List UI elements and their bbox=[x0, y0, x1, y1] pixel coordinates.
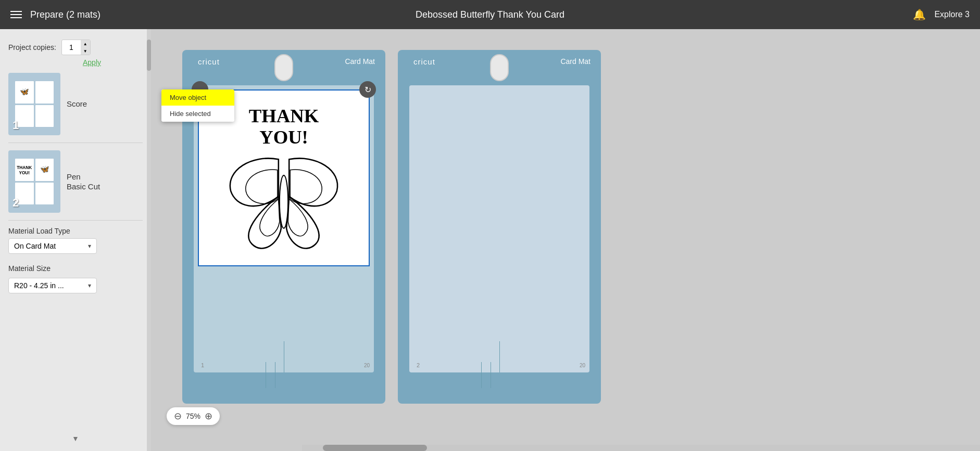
menu-button[interactable] bbox=[10, 11, 22, 18]
material-load-section: Material Load Type On Card Mat ▾ bbox=[8, 223, 143, 254]
mat1-cell-4 bbox=[35, 105, 54, 127]
sidebar: Project copies: ▲ ▼ Apply bbox=[0, 29, 151, 451]
canvas-area: cricut Card Mat ··· bbox=[151, 29, 980, 451]
mat2-cell-2: 🦋 bbox=[35, 159, 54, 181]
mat2-cricut-logo: cricut bbox=[413, 57, 435, 66]
bell-icon[interactable]: 🔔 bbox=[913, 8, 926, 21]
copies-input-wrap: ▲ ▼ bbox=[61, 40, 91, 55]
selection-border: ··· Move object Hide selected ↻ bbox=[198, 89, 370, 266]
mat1-inner: 🦋 bbox=[13, 79, 56, 129]
copies-spinners: ▲ ▼ bbox=[81, 40, 90, 55]
mat2-label2: Basic Cut bbox=[67, 182, 100, 192]
svg-point-6 bbox=[280, 175, 288, 228]
zoom-plus-icon: ⊕ bbox=[205, 410, 212, 422]
mat1-number-badge: 1 bbox=[12, 119, 19, 132]
mat1-cell-1: 🦋 bbox=[15, 81, 34, 104]
copies-down-button[interactable]: ▼ bbox=[81, 47, 90, 55]
sidebar-scrollbar-thumb bbox=[147, 40, 151, 71]
mats-wrapper: cricut Card Mat ··· bbox=[151, 29, 980, 451]
mat1-cell-2 bbox=[35, 81, 54, 104]
zoom-minus-icon: ⊖ bbox=[174, 410, 182, 422]
move-object-item[interactable]: Move object bbox=[161, 89, 234, 106]
sidebar-divider-2 bbox=[8, 220, 143, 221]
copies-up-button[interactable]: ▲ bbox=[81, 40, 90, 47]
material-load-dropdown[interactable]: On Card Mat ▾ bbox=[8, 238, 97, 254]
rotate-icon: ↻ bbox=[365, 85, 371, 95]
project-title: Debossed Butterfly Thank You Card bbox=[416, 9, 564, 20]
mat1-vert-line-1 bbox=[266, 362, 266, 388]
mat2-canvas-label: Card Mat bbox=[560, 57, 590, 66]
material-load-value: On Card Mat bbox=[14, 242, 56, 250]
svg-text:🦋: 🦋 bbox=[20, 87, 29, 96]
mat2-oval-button[interactable] bbox=[490, 54, 509, 81]
mat2-thumbnail: THANK YOU! 🦋 2 bbox=[8, 150, 60, 213]
zoom-controls: ⊖ 75% ⊕ bbox=[167, 407, 220, 425]
main-layout: Project copies: ▲ ▼ Apply bbox=[0, 29, 980, 451]
mat2-cell-1: THANK YOU! bbox=[15, 159, 34, 181]
material-size-chevron-icon: ▾ bbox=[88, 282, 91, 289]
more-options-button[interactable]: ··· Move object Hide selected bbox=[192, 81, 208, 98]
material-load-chevron-icon: ▾ bbox=[88, 242, 91, 250]
mat2-cell-4 bbox=[35, 183, 54, 205]
mat2-ruler-mark-20: 20 bbox=[580, 363, 585, 368]
ruler-mark-20: 20 bbox=[364, 363, 370, 368]
rotate-button[interactable]: ↻ bbox=[359, 81, 376, 98]
mat2-vert-line-2 bbox=[491, 362, 491, 388]
mat2-inner: THANK YOU! 🦋 bbox=[13, 157, 56, 207]
mat2-label1: Pen bbox=[67, 172, 100, 182]
mat1-vert-line-2 bbox=[275, 362, 275, 388]
svg-text:THANK: THANK bbox=[17, 165, 32, 170]
context-menu: Move object Hide selected bbox=[161, 89, 234, 122]
material-size-value: R20 - 4.25 in ... bbox=[14, 281, 64, 290]
mat2-label-wrap: Pen Basic Cut bbox=[67, 172, 100, 192]
header: Prepare (2 mats) Debossed Butterfly Than… bbox=[0, 0, 980, 29]
mat2-cutting-area: 2 20 bbox=[409, 85, 589, 372]
zoom-out-button[interactable]: ⊖ bbox=[174, 410, 182, 422]
mat2-ruler-mark-2: 2 bbox=[417, 362, 420, 368]
zoom-level-label: 75% bbox=[186, 412, 200, 420]
sidebar-content: Project copies: ▲ ▼ Apply bbox=[0, 29, 151, 451]
mat1-item[interactable]: 🦋 1 Score bbox=[8, 68, 143, 140]
hide-selected-item[interactable]: Hide selected bbox=[161, 106, 234, 122]
mat2-number-badge: 2 bbox=[12, 196, 19, 210]
mat2-guide-v1 bbox=[499, 341, 500, 372]
mat1-canvas-label: Card Mat bbox=[345, 57, 375, 66]
svg-text:YOU!: YOU! bbox=[259, 126, 308, 148]
mat1-canvas: cricut Card Mat ··· bbox=[182, 50, 385, 404]
mat1-thumbnail: 🦋 1 bbox=[8, 73, 60, 135]
bottom-scrollbar[interactable] bbox=[302, 445, 980, 451]
prepare-label: Prepare (2 mats) bbox=[30, 9, 100, 20]
mat1-label: Score bbox=[67, 99, 87, 109]
svg-text:🦋: 🦋 bbox=[40, 164, 49, 174]
mat1-cricut-logo: cricut bbox=[198, 57, 220, 66]
material-size-label: Material Size bbox=[8, 260, 143, 276]
apply-button[interactable]: Apply bbox=[83, 57, 101, 68]
bottom-scrollbar-thumb bbox=[323, 445, 427, 451]
guide-line-v1 bbox=[284, 341, 284, 372]
mat2-vert-line-1 bbox=[481, 362, 482, 388]
project-copies-row: Project copies: ▲ ▼ bbox=[8, 35, 143, 57]
card-white-area: ··· Move object Hide selected ↻ bbox=[198, 89, 370, 266]
copies-input[interactable] bbox=[62, 40, 81, 55]
sidebar-divider-1 bbox=[8, 143, 143, 143]
mat2-item[interactable]: THANK YOU! 🦋 2 bbox=[8, 145, 143, 218]
mat1-cutting-area: ··· Move object Hide selected ↻ bbox=[194, 85, 374, 372]
svg-text:THANK: THANK bbox=[249, 105, 319, 126]
material-load-label: Material Load Type bbox=[8, 223, 143, 238]
sidebar-bottom-arrow-icon[interactable]: ▼ bbox=[72, 434, 79, 443]
ruler-mark-1: 1 bbox=[201, 362, 204, 368]
project-copies-label: Project copies: bbox=[8, 43, 56, 51]
mat1-oval-button[interactable] bbox=[274, 54, 293, 81]
sidebar-scrollbar[interactable] bbox=[147, 29, 151, 451]
material-size-section: Material Size R20 - 4.25 in ... ▾ bbox=[8, 260, 143, 293]
mat2-canvas: cricut Card Mat 2 20 bbox=[398, 50, 601, 404]
explore-label: Explore 3 bbox=[934, 10, 970, 19]
zoom-in-button[interactable]: ⊕ bbox=[205, 410, 212, 422]
material-size-dropdown[interactable]: R20 - 4.25 in ... ▾ bbox=[8, 278, 97, 293]
header-right: 🔔 Explore 3 bbox=[913, 8, 970, 21]
svg-text:YOU!: YOU! bbox=[19, 171, 30, 175]
